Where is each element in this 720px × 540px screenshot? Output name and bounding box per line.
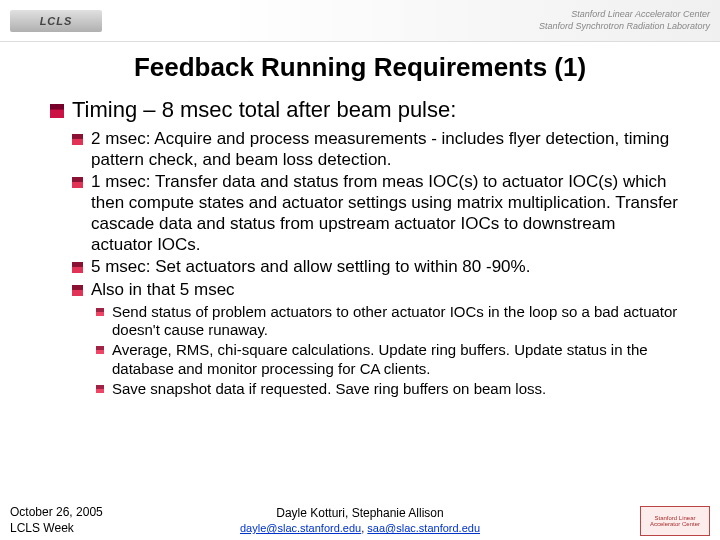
footer-logo-text: Stanford Linear Accelerator Center bbox=[641, 515, 709, 527]
svg-rect-15 bbox=[96, 385, 104, 389]
footer-event: LCLS Week bbox=[10, 520, 103, 536]
footer-authors: Dayle Kotturi, Stephanie Allison bbox=[240, 505, 480, 521]
bullet-icon bbox=[72, 134, 83, 145]
footer-center: Dayle Kotturi, Stephanie Allison dayle@s… bbox=[240, 505, 480, 536]
bullet-text: Save snapshot data if requested. Save ri… bbox=[112, 380, 546, 398]
content-area: Timing – 8 msec total after beam pulse: … bbox=[0, 97, 720, 398]
bullet-level-3: Send status of problem actuators to othe… bbox=[96, 303, 680, 340]
bullet-level-1: Timing – 8 msec total after beam pulse: bbox=[50, 97, 680, 123]
footer-left: October 26, 2005 LCLS Week bbox=[10, 504, 103, 536]
bullet-icon bbox=[72, 285, 83, 296]
bullet-text: 5 msec: Set actuators and allow settling… bbox=[91, 257, 530, 278]
bullet-text: Timing – 8 msec total after beam pulse: bbox=[72, 97, 456, 123]
email-link-2[interactable]: saa@slac.stanford.edu bbox=[367, 522, 480, 534]
bullet-text: 2 msec: Acquire and process measurements… bbox=[91, 129, 680, 170]
svg-rect-13 bbox=[96, 346, 104, 350]
bullet-level-3: Save snapshot data if requested. Save ri… bbox=[96, 380, 680, 398]
svg-rect-9 bbox=[72, 285, 83, 290]
bullet-text: Average, RMS, chi-square calculations. U… bbox=[112, 341, 680, 378]
svg-rect-7 bbox=[72, 262, 83, 267]
svg-rect-1 bbox=[50, 104, 64, 110]
bullet-icon bbox=[96, 308, 104, 316]
footer-emails: dayle@slac.stanford.edu, saa@slac.stanfo… bbox=[240, 521, 480, 536]
bullet-icon bbox=[72, 262, 83, 273]
svg-rect-3 bbox=[72, 134, 83, 139]
footer-logo: Stanford Linear Accelerator Center bbox=[640, 506, 710, 536]
bullet-text: Also in that 5 msec bbox=[91, 280, 235, 301]
header: LCLS Stanford Linear Accelerator Center … bbox=[0, 0, 720, 42]
svg-rect-11 bbox=[96, 308, 104, 312]
slide-title: Feedback Running Requirements (1) bbox=[0, 52, 720, 83]
bullet-level-2: 2 msec: Acquire and process measurements… bbox=[72, 129, 680, 170]
bullet-level-2: Also in that 5 msec bbox=[72, 280, 680, 301]
bullet-icon bbox=[96, 346, 104, 354]
bullet-text: Send status of problem actuators to othe… bbox=[112, 303, 680, 340]
lcls-logo: LCLS bbox=[10, 10, 102, 32]
email-link-1[interactable]: dayle@slac.stanford.edu bbox=[240, 522, 361, 534]
bullet-level-3: Average, RMS, chi-square calculations. U… bbox=[96, 341, 680, 378]
svg-rect-5 bbox=[72, 177, 83, 182]
logo-text: LCLS bbox=[40, 15, 73, 27]
bullet-icon bbox=[96, 385, 104, 393]
bullet-icon bbox=[50, 104, 64, 118]
institution-line-2: Stanford Synchrotron Radiation Laborator… bbox=[539, 21, 710, 33]
bullet-text: 1 msec: Transfer data and status from me… bbox=[91, 172, 680, 255]
footer-date: October 26, 2005 bbox=[10, 504, 103, 520]
bullet-level-2: 1 msec: Transfer data and status from me… bbox=[72, 172, 680, 255]
footer: October 26, 2005 LCLS Week Dayle Kotturi… bbox=[0, 498, 720, 540]
bullet-level-2: 5 msec: Set actuators and allow settling… bbox=[72, 257, 680, 278]
header-institution: Stanford Linear Accelerator Center Stanf… bbox=[539, 9, 710, 32]
institution-line-1: Stanford Linear Accelerator Center bbox=[539, 9, 710, 21]
bullet-icon bbox=[72, 177, 83, 188]
